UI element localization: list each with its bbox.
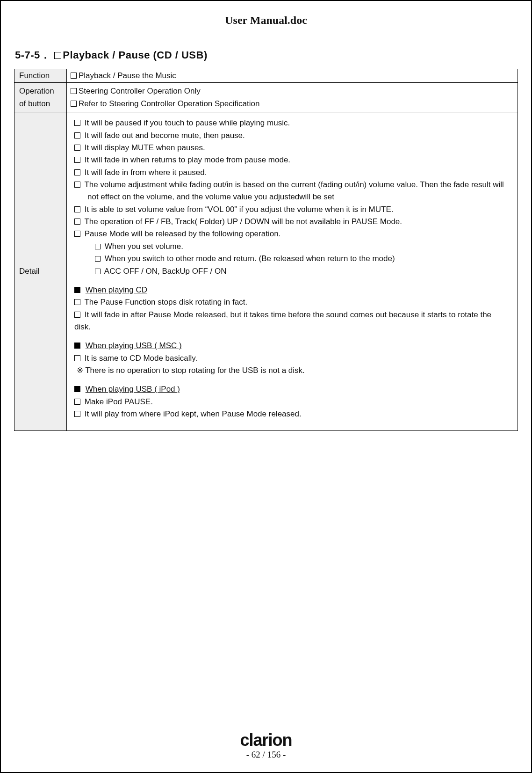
checkbox-icon — [74, 312, 80, 318]
detail-subitem: When you switch to other mode and return… — [105, 254, 395, 263]
operation-label-line1: Operation — [19, 87, 54, 95]
checkbox-icon — [74, 157, 80, 163]
table-row: Operation of button Steering Controller … — [14, 83, 518, 112]
detail-item: The volume adjustment while fading out/i… — [84, 180, 503, 189]
detail-item: It will be paused if you touch to pause … — [85, 118, 290, 127]
detail-subitem: ACC OFF / ON, BackUp OFF / ON — [104, 267, 227, 276]
function-text: Playback / Pause the Music — [79, 71, 176, 80]
detail-item: Make iPod PAUSE. — [85, 397, 153, 406]
detail-item: It is same to CD Mode basically. — [85, 354, 198, 363]
checkbox-icon — [74, 399, 80, 405]
page-current: 62 — [252, 750, 260, 759]
checkbox-icon — [71, 73, 77, 79]
square-bullet-icon — [74, 386, 80, 392]
detail-note: There is no operation to stop rotating f… — [85, 366, 305, 375]
checkbox-icon — [74, 132, 80, 139]
checkbox-icon — [71, 101, 77, 107]
detail-subheading: When playing CD — [86, 285, 147, 294]
reference-mark-icon: ※ — [77, 366, 83, 375]
detail-content: It will be paused if you touch to pause … — [71, 114, 514, 429]
section-number: 5-7-5． — [15, 49, 50, 61]
detail-item: Pause Mode will be released by the follo… — [85, 229, 281, 238]
page-footer: clarion - 62 / 156 - — [1, 732, 531, 760]
checkbox-icon — [74, 182, 80, 188]
detail-item: It will fade in when returns to play mod… — [85, 155, 290, 164]
detail-item-continuation: disk. — [74, 322, 91, 331]
checkbox-icon — [74, 219, 80, 225]
checkbox-icon — [74, 145, 80, 151]
function-label: Function — [14, 69, 67, 83]
operation-label: Operation of button — [14, 83, 67, 112]
square-bullet-icon — [74, 343, 80, 349]
square-bullet-icon — [74, 287, 80, 293]
document-title: User Manual.doc — [14, 14, 518, 27]
checkbox-icon — [74, 120, 80, 126]
brand-logo: clarion — [1, 732, 531, 749]
detail-subitem: When you set volume. — [105, 242, 183, 251]
checkbox-icon — [95, 256, 101, 262]
section-heading: 5-7-5．Playback / Pause (CD / USB) — [15, 48, 518, 62]
detail-item: The Pause Function stops disk rotating i… — [84, 298, 247, 306]
checkbox-icon — [71, 88, 77, 94]
checkbox-icon — [95, 244, 101, 249]
detail-cell: It will be paused if you touch to pause … — [67, 112, 518, 431]
operation-text-2: Refer to Steering Controller Operation S… — [79, 99, 259, 108]
spec-table: Function Playback / Pause the Music Oper… — [14, 69, 518, 431]
detail-item: It will display MUTE when pauses. — [85, 143, 205, 152]
operation-value: Steering Controller Operation Only Refer… — [67, 83, 518, 112]
detail-item: It is able to set volume value from “VOL… — [85, 205, 394, 214]
table-row: Function Playback / Pause the Music — [14, 69, 518, 83]
checkbox-icon — [74, 299, 80, 305]
checkbox-icon — [74, 169, 80, 175]
page-total: 156 — [267, 750, 281, 759]
checkbox-icon — [74, 411, 80, 417]
detail-item-continuation: not effect on the volume, and the volume… — [87, 192, 334, 201]
page-number: - 62 / 156 - — [1, 750, 531, 760]
section-title: Playback / Pause (CD / USB) — [63, 49, 207, 61]
detail-item: The operation of FF / FB, Track( Folder)… — [84, 217, 402, 226]
detail-label: Detail — [14, 112, 67, 431]
table-row: Detail It will be paused if you touch to… — [14, 112, 518, 431]
checkbox-icon — [74, 355, 80, 361]
detail-item: It will fade in after Pause Mode release… — [85, 310, 491, 319]
checkbox-icon — [54, 52, 61, 59]
operation-label-line2: of button — [19, 99, 50, 108]
operation-text-1: Steering Controller Operation Only — [79, 87, 201, 95]
detail-item: It will fade out and become mute, then p… — [85, 131, 245, 140]
page: User Manual.doc 5-7-5．Playback / Pause (… — [0, 0, 532, 773]
function-value: Playback / Pause the Music — [67, 69, 518, 83]
checkbox-icon — [95, 269, 101, 274]
detail-subheading: When playing USB ( MSC ) — [86, 341, 182, 350]
detail-subheading: When playing USB ( iPod ) — [86, 385, 180, 394]
checkbox-icon — [74, 206, 80, 212]
detail-item: It will play from where iPod kept, when … — [85, 409, 302, 418]
detail-item: It will fade in from where it paused. — [85, 168, 207, 177]
checkbox-icon — [74, 231, 80, 237]
